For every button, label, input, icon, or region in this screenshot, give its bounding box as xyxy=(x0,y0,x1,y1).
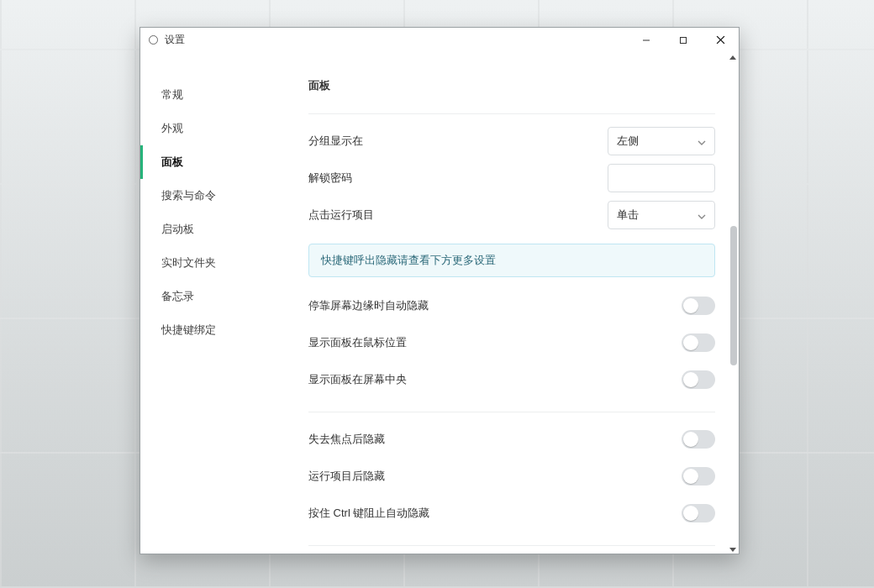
sidebar-item-panel[interactable]: 面板 xyxy=(140,145,285,179)
toggle-label: 显示面板在屏幕中央 xyxy=(308,372,682,387)
row-group-position: 分组显示在 左侧 xyxy=(308,123,715,160)
sidebar-item-label: 快捷键绑定 xyxy=(161,323,216,338)
select-group-position[interactable]: 左侧 xyxy=(608,127,715,155)
toggle-label: 停靠屏幕边缘时自动隐藏 xyxy=(308,298,682,313)
toggle-hide-lostfocus[interactable] xyxy=(682,430,715,449)
row-toggle-ctrl-block-hide: 按住 Ctrl 键阻止自动隐藏 xyxy=(308,495,715,532)
hotkey-notice: 快捷键呼出隐藏请查看下方更多设置 xyxy=(308,244,715,277)
toggle-autohide-edge[interactable] xyxy=(682,297,715,315)
titlebar: 设置 xyxy=(140,28,739,53)
label-unlock-password: 解锁密码 xyxy=(308,171,608,186)
sidebar-item-label: 搜索与命令 xyxy=(161,188,216,203)
toggle-show-at-mouse[interactable] xyxy=(682,333,715,352)
sidebar: 常规 外观 面板 搜索与命令 启动板 实时文件夹 备忘录 快捷键绑定 xyxy=(140,53,285,554)
sidebar-item-label: 面板 xyxy=(161,155,183,170)
toggle-show-center[interactable] xyxy=(682,370,715,389)
content-panel: 面板 分组显示在 左侧 解锁密码 xyxy=(285,53,739,554)
toggle-label: 失去焦点后隐藏 xyxy=(308,432,682,447)
sidebar-item-launchpad[interactable]: 启动板 xyxy=(140,213,285,246)
input-unlock-password[interactable] xyxy=(608,164,715,192)
toggle-ctrl-block-hide[interactable] xyxy=(682,504,715,522)
select-value: 单击 xyxy=(617,207,639,223)
sidebar-item-label: 外观 xyxy=(161,121,183,136)
minimize-button[interactable] xyxy=(628,28,665,53)
chevron-down-icon xyxy=(698,209,706,222)
sidebar-item-livefolder[interactable]: 实时文件夹 xyxy=(140,246,285,280)
toggle-label: 运行项目后隐藏 xyxy=(308,469,682,484)
row-toggle-autohide-edge: 停靠屏幕边缘时自动隐藏 xyxy=(308,287,715,324)
toggle-label: 按住 Ctrl 键阻止自动隐藏 xyxy=(308,506,682,521)
divider xyxy=(308,412,715,412)
sidebar-item-label: 实时文件夹 xyxy=(161,255,216,270)
window-title: 设置 xyxy=(165,33,185,47)
select-value: 左侧 xyxy=(617,134,639,149)
sidebar-item-search[interactable]: 搜索与命令 xyxy=(140,179,285,213)
row-toggle-show-at-mouse: 显示面板在鼠标位置 xyxy=(308,324,715,361)
scroll-up-icon[interactable] xyxy=(728,53,738,61)
close-button[interactable] xyxy=(702,28,739,53)
app-icon xyxy=(149,35,158,45)
svg-rect-1 xyxy=(681,37,687,43)
sidebar-item-appearance[interactable]: 外观 xyxy=(140,112,285,145)
scrollbar[interactable] xyxy=(727,53,739,554)
sidebar-item-hotkeys[interactable]: 快捷键绑定 xyxy=(140,313,285,347)
scroll-down-icon[interactable] xyxy=(728,545,738,554)
sidebar-item-label: 常规 xyxy=(161,87,183,102)
scroll-thumb[interactable] xyxy=(730,226,737,365)
sidebar-item-general[interactable]: 常规 xyxy=(140,78,285,112)
maximize-button[interactable] xyxy=(665,28,702,53)
row-toggle-hide-after-run: 运行项目后隐藏 xyxy=(308,458,715,495)
settings-window: 设置 常规 外观 面板 搜索与命令 启动板 实时文件夹 备忘录 快捷键绑定 xyxy=(140,27,740,554)
sidebar-item-memo[interactable]: 备忘录 xyxy=(140,280,285,313)
toggle-hide-after-run[interactable] xyxy=(682,467,715,486)
label-group-position: 分组显示在 xyxy=(308,134,608,149)
divider xyxy=(308,113,715,114)
chevron-down-icon xyxy=(698,135,706,148)
row-toggle-hide-lostfocus: 失去焦点后隐藏 xyxy=(308,421,715,458)
row-unlock-password: 解锁密码 xyxy=(308,160,715,197)
section-title: 面板 xyxy=(308,78,715,93)
toggle-label: 显示面板在鼠标位置 xyxy=(308,335,682,350)
label-click-run: 点击运行项目 xyxy=(308,207,608,223)
select-click-run[interactable]: 单击 xyxy=(608,201,715,229)
sidebar-item-label: 备忘录 xyxy=(161,289,194,304)
divider xyxy=(308,545,715,546)
row-toggle-show-center: 显示面板在屏幕中央 xyxy=(308,361,715,398)
row-click-run: 点击运行项目 单击 xyxy=(308,197,715,234)
sidebar-item-label: 启动板 xyxy=(161,222,194,237)
